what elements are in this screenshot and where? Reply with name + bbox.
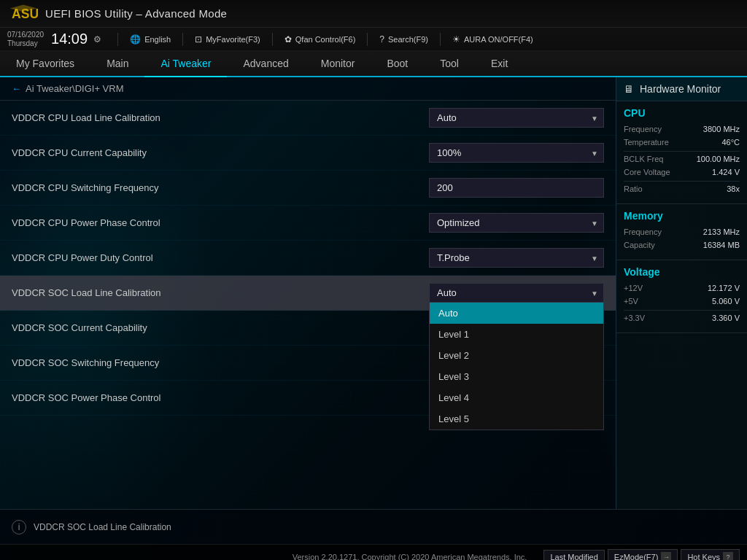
hw-33v-label: +3.3V bbox=[624, 314, 645, 322]
hw-cpu-temp-value: 46°C bbox=[721, 138, 740, 147]
dropdown-option-level1[interactable]: Level 1 bbox=[430, 324, 603, 345]
nav-tool[interactable]: Tool bbox=[424, 51, 475, 77]
hw-ratio-row: Ratio 38x bbox=[624, 184, 740, 193]
dropdown-option-level3[interactable]: Level 3 bbox=[430, 366, 603, 387]
hw-memory-title: Memory bbox=[624, 210, 740, 222]
setting-vddcr-cpu-duty[interactable]: VDDCR CPU Power Duty Control T.Probe bbox=[0, 241, 616, 276]
info-icon: i bbox=[12, 520, 26, 534]
setting-label: VDDCR CPU Load Line Calibration bbox=[12, 112, 429, 123]
nav-monitor[interactable]: Monitor bbox=[305, 51, 371, 77]
hw-mem-cap-label: Capacity bbox=[624, 241, 655, 249]
select-cpu-duty[interactable]: T.Probe bbox=[429, 248, 604, 268]
select-cpu-llc[interactable]: Auto bbox=[429, 108, 604, 128]
hw-12v-row: +12V 12.172 V bbox=[624, 284, 740, 292]
settings-icon[interactable]: ⚙ bbox=[93, 34, 101, 44]
hw-cpu-freq-row: Frequency 3800 MHz bbox=[624, 125, 740, 133]
hw-mem-freq-value: 2133 MHz bbox=[703, 228, 740, 236]
setting-control-soc-llc[interactable]: Auto bbox=[429, 283, 604, 303]
hw-core-voltage-label: Core Voltage bbox=[624, 168, 670, 176]
soc-llc-dropdown: Auto Level 1 Level 2 Level 3 Level 4 Lev… bbox=[429, 303, 604, 430]
hw-cpu-temp-row: Temperature 46°C bbox=[624, 138, 740, 147]
footer-version: Version 2.20.1271. Copyright (C) 2020 Am… bbox=[276, 553, 544, 561]
hw-ratio-value: 38x bbox=[727, 184, 740, 193]
toolbar-aura[interactable]: ☀ AURA ON/OFF(F4) bbox=[448, 33, 538, 46]
setting-label: VDDCR CPU Switching Frequency bbox=[12, 182, 429, 193]
right-panel: 🖥 Hardware Monitor CPU Frequency 3800 MH… bbox=[616, 77, 747, 509]
breadcrumb: ← Ai Tweaker\DIGI+ VRM bbox=[0, 77, 616, 101]
nav-ai-tweaker[interactable]: Ai Tweaker bbox=[144, 51, 227, 77]
ez-mode-icon: → bbox=[661, 552, 671, 561]
hw-core-voltage-row: Core Voltage 1.424 V bbox=[624, 168, 740, 176]
setting-vddcr-cpu-freq[interactable]: VDDCR CPU Switching Frequency bbox=[0, 171, 616, 206]
setting-label: VDDCR SOC Load Line Calibration bbox=[12, 287, 429, 298]
toolbar-separator bbox=[117, 33, 118, 46]
last-modified-button[interactable]: Last Modified bbox=[543, 550, 604, 561]
fan-icon: ✿ bbox=[285, 34, 292, 44]
left-panel: ← Ai Tweaker\DIGI+ VRM VDDCR CPU Load Li… bbox=[0, 77, 616, 509]
hot-keys-icon: ? bbox=[723, 552, 733, 561]
bookmark-icon: ⊡ bbox=[195, 34, 202, 44]
hw-mem-freq-row: Frequency 2133 MHz bbox=[624, 228, 740, 236]
hw-mem-cap-value: 16384 MB bbox=[703, 241, 740, 249]
toolbar: 07/16/2020 Thursday 14:09 ⚙ 🌐 English ⊡ … bbox=[0, 28, 747, 51]
soc-llc-dropdown-wrapper[interactable]: Auto Auto Level 1 Level 2 Level 3 Level … bbox=[429, 283, 604, 303]
nav-exit[interactable]: Exit bbox=[475, 51, 524, 77]
hw-ratio-label: Ratio bbox=[624, 184, 643, 193]
footer-right: Last Modified EzMode(F7) → Hot Keys ? bbox=[543, 549, 740, 561]
hw-5v-row: +5V 5.060 V bbox=[624, 297, 740, 306]
setting-control-cpu-duty[interactable]: T.Probe bbox=[429, 248, 604, 268]
hw-33v-value: 3.360 V bbox=[712, 314, 740, 322]
setting-vddcr-cpu-llc[interactable]: VDDCR CPU Load Line Calibration Auto bbox=[0, 101, 616, 136]
toolbar-language[interactable]: 🌐 English bbox=[125, 33, 175, 46]
main-area: ← Ai Tweaker\DIGI+ VRM VDDCR CPU Load Li… bbox=[0, 77, 747, 509]
aura-icon: ☀ bbox=[452, 34, 460, 44]
toolbar-separator-4 bbox=[367, 33, 368, 46]
dropdown-option-level2[interactable]: Level 2 bbox=[430, 345, 603, 366]
select-soc-llc[interactable]: Auto bbox=[429, 283, 604, 303]
hw-cpu-section: CPU Frequency 3800 MHz Temperature 46°C … bbox=[616, 101, 747, 204]
setting-label: VDDCR SOC Power Phase Control bbox=[12, 392, 429, 403]
setting-label: VDDCR SOC Current Capability bbox=[12, 322, 429, 333]
nav-advanced[interactable]: Advanced bbox=[227, 51, 304, 77]
select-cpu-current[interactable]: 100% bbox=[429, 143, 604, 163]
hw-33v-row: +3.3V 3.360 V bbox=[624, 314, 740, 322]
toolbar-date: 07/16/2020 Thursday bbox=[7, 31, 44, 48]
dropdown-option-auto[interactable]: Auto bbox=[430, 303, 603, 324]
hw-voltage-section: Voltage +12V 12.172 V +5V 5.060 V +3.3V … bbox=[616, 260, 747, 333]
setting-vddcr-cpu-phase[interactable]: VDDCR CPU Power Phase Control Optimized bbox=[0, 206, 616, 241]
hw-mem-cap-row: Capacity 16384 MB bbox=[624, 241, 740, 249]
nav-my-favorites[interactable]: My Favorites bbox=[0, 51, 90, 77]
setting-label: VDDCR CPU Current Capability bbox=[12, 147, 429, 158]
setting-control-cpu-current[interactable]: 100% bbox=[429, 143, 604, 163]
back-icon[interactable]: ← bbox=[12, 83, 21, 94]
globe-icon: 🌐 bbox=[130, 34, 141, 44]
setting-label: VDDCR CPU Power Duty Control bbox=[12, 252, 429, 263]
setting-control-cpu-phase[interactable]: Optimized bbox=[429, 213, 604, 233]
asus-logo: ASUS bbox=[9, 3, 38, 25]
toolbar-myfavorite[interactable]: ⊡ MyFavorite(F3) bbox=[190, 33, 265, 46]
hw-bclk-label: BCLK Freq bbox=[624, 155, 663, 163]
toolbar-qfan[interactable]: ✿ Qfan Control(F6) bbox=[280, 33, 360, 46]
setting-vddcr-soc-llc[interactable]: VDDCR SOC Load Line Calibration Auto Aut… bbox=[0, 276, 616, 311]
hw-memory-section: Memory Frequency 2133 MHz Capacity 16384… bbox=[616, 204, 747, 260]
select-cpu-phase[interactable]: Optimized bbox=[429, 213, 604, 233]
toolbar-time: 14:09 bbox=[51, 31, 88, 47]
toolbar-search[interactable]: ? Search(F9) bbox=[375, 33, 433, 46]
search-icon: ? bbox=[379, 34, 384, 44]
setting-control-cpu-llc[interactable]: Auto bbox=[429, 108, 604, 128]
hot-keys-button[interactable]: Hot Keys ? bbox=[681, 549, 740, 561]
setting-label: VDDCR CPU Power Phase Control bbox=[12, 217, 429, 228]
breadcrumb-path: Ai Tweaker\DIGI+ VRM bbox=[26, 83, 124, 94]
dropdown-option-level4[interactable]: Level 4 bbox=[430, 387, 603, 408]
ez-mode-button[interactable]: EzMode(F7) → bbox=[608, 549, 678, 561]
hw-12v-label: +12V bbox=[624, 284, 643, 292]
dropdown-option-level5[interactable]: Level 5 bbox=[430, 408, 603, 429]
header-title: UEFI BIOS Utility – Advanced Mode bbox=[45, 7, 227, 20]
nav-main[interactable]: Main bbox=[90, 51, 144, 77]
footer: Version 2.20.1271. Copyright (C) 2020 Am… bbox=[0, 544, 747, 560]
setting-vddcr-cpu-current[interactable]: VDDCR CPU Current Capability 100% bbox=[0, 136, 616, 171]
hw-cpu-freq-value: 3800 MHz bbox=[703, 125, 740, 133]
nav-boot[interactable]: Boot bbox=[371, 51, 424, 77]
input-cpu-freq[interactable] bbox=[429, 178, 604, 198]
header: ASUS UEFI BIOS Utility – Advanced Mode bbox=[0, 0, 747, 28]
